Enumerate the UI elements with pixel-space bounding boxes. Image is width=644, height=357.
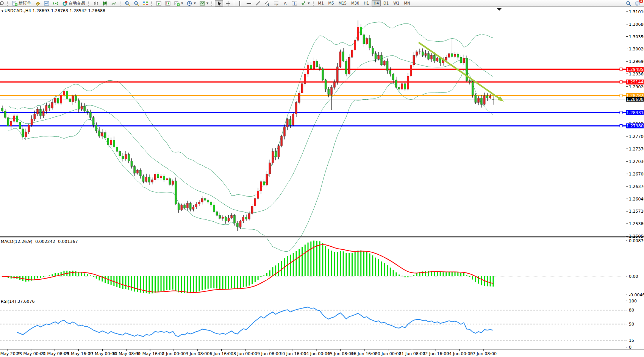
fibonacci-tool-button[interactable]: F (272, 0, 280, 6)
auto-trading-button[interactable]: 自动交易 (61, 0, 87, 6)
candle-body (392, 74, 394, 80)
candle-body (466, 58, 468, 81)
timeframe-button-mn[interactable]: MN (402, 0, 412, 6)
candle-body (31, 119, 33, 125)
signal-icon (53, 1, 58, 6)
scroll-marker-icon[interactable] (497, 8, 502, 11)
auto-scroll-button[interactable] (155, 0, 163, 6)
timeframe-button-w1[interactable]: W1 (391, 0, 401, 6)
timeframe-button-m5[interactable]: M5 (327, 0, 336, 6)
svg-text:1.29690: 1.29690 (629, 59, 644, 64)
line-handle[interactable] (620, 68, 622, 70)
candle-body (134, 166, 136, 173)
candle-body (289, 119, 291, 125)
candle-body (139, 170, 141, 176)
candle-body (275, 152, 277, 157)
chart-shift-button[interactable] (164, 0, 172, 6)
candle-body (186, 204, 188, 208)
new-order-button[interactable]: 新订单 (11, 0, 33, 6)
candle-body (348, 57, 350, 74)
candle-body (313, 61, 315, 69)
svg-text:0.008791: 0.008791 (629, 238, 644, 243)
timeframe-button-h1[interactable]: H1 (362, 0, 371, 6)
timeframe-button-m15[interactable]: M15 (337, 0, 349, 6)
price-axis[interactable]: 1.310101.306801.303501.300201.296901.293… (626, 9, 644, 239)
horizontal-line-icon (246, 1, 252, 6)
candle-body (92, 117, 94, 125)
channel-tool-button[interactable]: E (263, 0, 271, 6)
search-button[interactable] (624, 0, 633, 6)
zoom-out-button[interactable] (132, 0, 141, 6)
notifications-button[interactable]: 1 (633, 0, 642, 6)
candle-body (136, 170, 138, 173)
timeframe-button-m1[interactable]: M1 (316, 0, 326, 6)
vertical-line-tool-button[interactable] (236, 0, 244, 6)
candle-body (304, 74, 306, 84)
time-axis[interactable]: 19 May 202223 May 00:0024 May 08:0025 Ma… (0, 349, 497, 356)
candle-body (169, 178, 171, 185)
eraser-button[interactable] (33, 0, 42, 6)
candle-body (257, 191, 259, 199)
timeframe-button-h4[interactable]: H4 (372, 0, 381, 6)
equidistant-channel-icon: E (264, 1, 270, 6)
svg-text:15: 15 (629, 338, 634, 343)
bar-chart-mode-button[interactable] (92, 0, 100, 6)
line-handle[interactable] (620, 94, 622, 97)
svg-text:8 Jun 00:00: 8 Jun 00:00 (233, 351, 257, 356)
pane-frame (0, 7, 644, 349)
crosshair-tool-button[interactable] (224, 0, 232, 6)
arrow-line[interactable] (419, 42, 501, 100)
candle-body (236, 223, 238, 227)
candle-body (331, 88, 333, 95)
shapes-menu-button[interactable]: ▼ (299, 0, 311, 6)
horizontal-line-tool-button[interactable] (245, 0, 253, 6)
candle-body (375, 53, 377, 59)
candle-body (492, 99, 494, 99)
zoom-in-button[interactable] (123, 0, 131, 6)
line-handle[interactable] (620, 111, 622, 114)
candle-body (451, 53, 453, 56)
text-tool-button[interactable]: A (281, 0, 289, 6)
candle-body (89, 112, 91, 117)
svg-text:24 Jun 00:00: 24 Jun 00:00 (446, 351, 473, 356)
timeframe-menu-button[interactable]: ▼ (185, 0, 197, 6)
candle-body (369, 39, 371, 48)
line-handle[interactable] (620, 125, 622, 127)
candle-body (401, 84, 403, 89)
add-indicator-icon (174, 1, 180, 6)
signal-button[interactable] (52, 0, 60, 6)
candle-body (383, 61, 385, 65)
text-icon: A (283, 1, 288, 6)
upload-chart-button[interactable] (42, 0, 51, 6)
text-label-tool-button[interactable]: T (290, 0, 299, 6)
candle-body (378, 55, 380, 59)
trendline-tool-button[interactable] (254, 0, 262, 6)
tile-windows-button[interactable] (141, 0, 150, 6)
line-handle[interactable] (620, 81, 622, 83)
add-indicator-button[interactable]: ▼ (173, 0, 184, 6)
candle-body (395, 80, 397, 88)
cursor-tool-button[interactable] (215, 0, 223, 6)
line-chart-icon (111, 1, 117, 6)
candle-body (122, 156, 124, 159)
fibonacci-icon: F (274, 1, 279, 6)
clipped-toolbar-icon[interactable] (0, 0, 6, 6)
candlestick-icon (102, 1, 108, 6)
candle-body (445, 57, 447, 60)
candle-body (336, 67, 338, 82)
timeframe-button-m30[interactable]: M30 (349, 0, 361, 6)
svg-text:F: F (277, 4, 278, 6)
chart-canvas[interactable]: 1.310101.306801.303501.300201.296901.293… (0, 7, 644, 357)
candlestick-mode-button[interactable] (101, 0, 109, 6)
candle-body (478, 98, 480, 103)
candle-body (178, 204, 180, 210)
shapes-icon (301, 1, 306, 6)
timeframe-button-d1[interactable]: D1 (381, 0, 391, 6)
template-menu-button[interactable]: ▼ (198, 0, 210, 6)
auto-scroll-icon (156, 1, 161, 6)
candle-body (172, 181, 174, 185)
magnifier-icon (0, 1, 4, 6)
candle-body (37, 109, 39, 114)
line-chart-mode-button[interactable] (110, 0, 118, 6)
auto-trading-icon (62, 1, 67, 6)
